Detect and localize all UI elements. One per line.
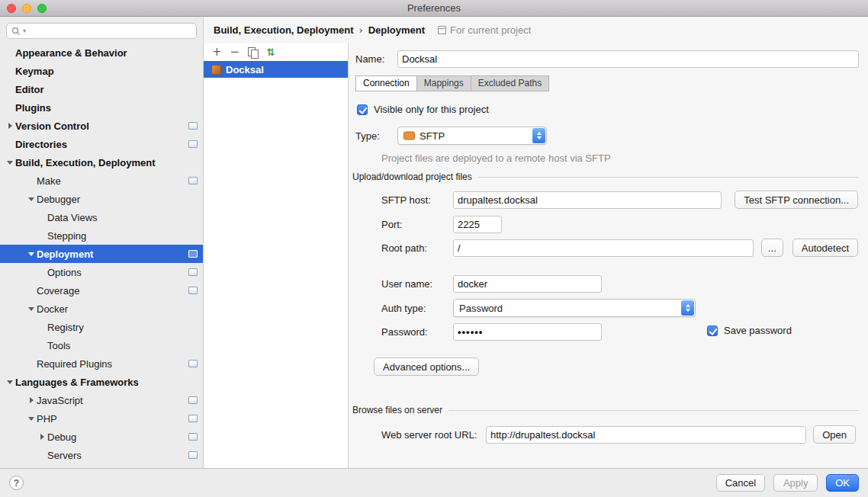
sidebar-item-debugger[interactable]: Debugger	[0, 190, 203, 208]
sidebar-item-javascript[interactable]: JavaScript	[0, 391, 203, 409]
sftp-icon	[403, 131, 415, 140]
breadcrumb-item[interactable]: Deployment	[368, 24, 425, 36]
name-input[interactable]	[397, 50, 859, 68]
sidebar-item-php[interactable]: PHP	[0, 409, 203, 428]
save-password-checkbox[interactable]: Save password	[707, 325, 792, 336]
docksal-server-icon	[211, 65, 221, 75]
project-level-icon	[188, 177, 198, 184]
sidebar-item-version-control[interactable]: Version Control	[0, 117, 203, 135]
minimize-window-button[interactable]	[22, 4, 31, 13]
chevron-down-icon[interactable]	[26, 307, 37, 311]
project-scope-label: For current project	[438, 24, 531, 36]
open-button[interactable]: Open	[813, 425, 856, 444]
copy-server-icon[interactable]	[248, 47, 258, 58]
sidebar-item-appearance-and-behavior[interactable]: Appearance & Behavior	[0, 43, 203, 62]
chevron-down-icon[interactable]	[26, 417, 37, 421]
sftp-host-label: SFTP host:	[381, 194, 431, 206]
autodetect-button[interactable]: Autodetect	[792, 239, 858, 257]
project-level-icon	[188, 287, 198, 294]
sftp-host-input[interactable]	[453, 191, 722, 209]
web-root-input[interactable]	[486, 426, 806, 444]
project-level-icon	[188, 140, 198, 148]
settings-tabs: Connection Mappings Excluded Paths	[355, 75, 549, 91]
chevron-down-icon[interactable]	[5, 161, 15, 165]
user-name-input[interactable]	[453, 275, 602, 293]
sidebar-item-debug[interactable]: Debug	[0, 428, 203, 446]
chevron-right-icon[interactable]	[5, 123, 15, 129]
type-label: Type:	[355, 130, 380, 142]
sidebar-item-plugins[interactable]: Plugins	[0, 98, 203, 117]
search-input[interactable]	[28, 26, 191, 37]
sidebar-item-editor[interactable]: Editor	[0, 80, 203, 98]
auth-type-select[interactable]: Password	[453, 299, 696, 317]
zoom-window-button[interactable]	[37, 4, 47, 13]
browse-section-header: Browse files on server	[352, 405, 859, 415]
traffic-lights	[7, 4, 47, 13]
server-list-item-docksal[interactable]: Docksal	[204, 61, 348, 78]
visible-only-checkbox[interactable]: Visible only for this project	[357, 104, 489, 115]
sidebar-item-coverage[interactable]: Coverage	[0, 281, 203, 300]
user-name-label: User name:	[381, 278, 432, 290]
breadcrumb-item[interactable]: Build, Execution, Deployment	[214, 24, 353, 36]
checkbox-checked-icon	[707, 325, 718, 336]
sidebar-item-deployment[interactable]: Deployment	[0, 245, 203, 263]
chevron-right-icon[interactable]	[26, 397, 37, 403]
chevron-down-icon[interactable]	[26, 197, 37, 201]
sidebar-item-required-plugins[interactable]: Required Plugins	[0, 354, 203, 373]
help-button[interactable]: ?	[9, 476, 24, 490]
server-list-toolbar: + − ⇅	[204, 43, 348, 61]
root-path-input[interactable]	[453, 239, 754, 257]
server-list-panel: + − ⇅ Docksal	[204, 43, 349, 468]
cancel-button[interactable]: Cancel	[716, 474, 765, 492]
dialog-footer: ? Cancel Apply OK	[0, 468, 868, 497]
sidebar-item-keymap[interactable]: Keymap	[0, 62, 203, 80]
add-server-button[interactable]: +	[212, 46, 222, 58]
search-history-chevron-icon[interactable]: ▾	[23, 27, 26, 34]
project-level-icon	[188, 396, 198, 404]
sidebar-item-servers[interactable]: Servers	[0, 446, 203, 464]
test-sftp-connection-button[interactable]: Test SFTP connection...	[735, 191, 858, 209]
settings-search-field[interactable]: ▾	[6, 23, 197, 39]
port-input[interactable]	[453, 216, 502, 233]
sidebar-item-languages-and-frameworks[interactable]: Languages & Frameworks	[0, 373, 203, 391]
ok-button[interactable]: OK	[826, 474, 859, 492]
sidebar-item-build-execution-deployment[interactable]: Build, Execution, Deployment	[0, 153, 203, 172]
name-label: Name:	[355, 53, 384, 65]
sync-icon[interactable]: ⇅	[266, 47, 275, 57]
breadcrumb-separator: ›	[358, 24, 362, 36]
web-root-label: Web server root URL:	[381, 429, 477, 441]
type-select[interactable]: SFTP	[397, 127, 547, 145]
browse-root-path-button[interactable]: ...	[761, 239, 783, 257]
project-level-icon	[188, 415, 198, 422]
password-label: Password:	[381, 326, 428, 338]
tab-connection[interactable]: Connection	[355, 75, 417, 91]
tab-mappings[interactable]: Mappings	[416, 75, 471, 91]
sidebar-item-options[interactable]: Options	[0, 263, 203, 281]
sidebar-item-directories[interactable]: Directories	[0, 135, 203, 153]
remove-server-button[interactable]: −	[230, 46, 240, 58]
sidebar-item-tools[interactable]: Tools	[0, 336, 203, 354]
dropdown-stepper-icon	[681, 300, 694, 316]
tab-excluded-paths[interactable]: Excluded Paths	[471, 75, 549, 91]
sidebar-item-make[interactable]: Make	[0, 172, 203, 190]
close-window-button[interactable]	[7, 4, 16, 13]
project-level-icon	[188, 122, 198, 130]
root-path-label: Root path:	[381, 242, 427, 254]
project-level-icon	[188, 250, 198, 258]
sidebar-item-data-views[interactable]: Data Views	[0, 208, 203, 226]
type-help-text: Project files are deployed to a remote h…	[381, 152, 611, 164]
password-input[interactable]	[453, 323, 602, 341]
sidebar-item-docker[interactable]: Docker	[0, 300, 203, 318]
advanced-options-button[interactable]: Advanced options...	[374, 358, 479, 376]
chevron-down-icon[interactable]	[26, 252, 37, 256]
sidebar-item-registry[interactable]: Registry	[0, 318, 203, 336]
sidebar-item-stepping[interactable]: Stepping	[0, 226, 203, 245]
chevron-down-icon[interactable]	[5, 380, 15, 384]
preferences-window: Preferences ▾ Appearance & Behavior Keym…	[0, 0, 868, 497]
chevron-right-icon[interactable]	[37, 434, 47, 440]
window-title: Preferences	[0, 2, 868, 14]
project-level-icon	[188, 360, 198, 367]
search-icon	[11, 27, 21, 36]
project-level-icon	[188, 268, 198, 276]
apply-button[interactable]: Apply	[773, 474, 818, 492]
